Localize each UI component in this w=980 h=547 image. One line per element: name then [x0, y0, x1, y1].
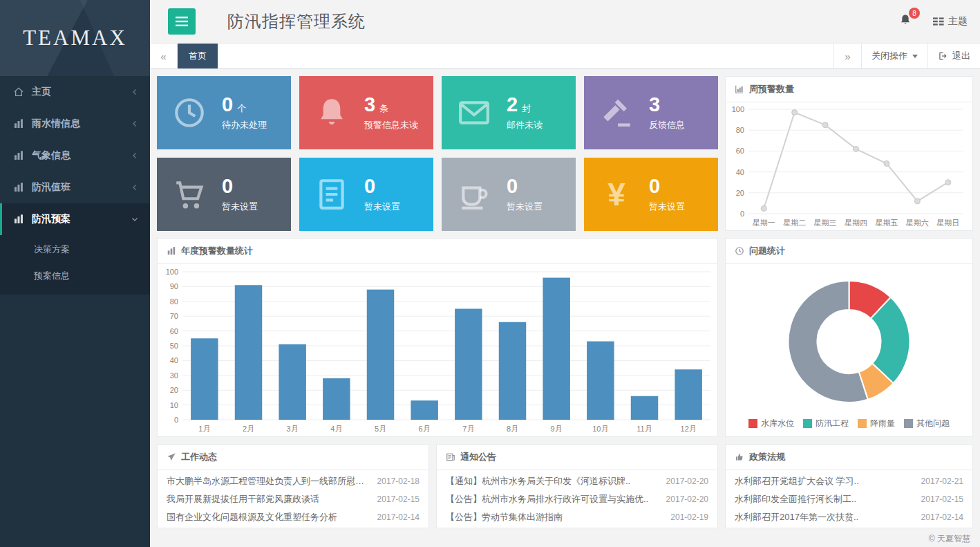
cart-icon	[171, 176, 208, 213]
caret-down-icon	[912, 55, 918, 58]
svg-text:50: 50	[170, 342, 178, 350]
news-link[interactable]: 我局开展新提拔任用干部党风廉政谈话	[167, 493, 370, 506]
news-link[interactable]: 【公告】杭州市水务局排水行政许可设置与实施优..	[446, 493, 659, 506]
svg-text:80: 80	[170, 297, 178, 305]
sidebar-item-weather-info[interactable]: 气象信息	[0, 140, 150, 171]
news-link[interactable]: 【公告】劳动节集体出游指南	[446, 511, 663, 523]
main-area: 防汛指挥管理系统 8 主题 « 首页 » 关闭操作	[150, 0, 980, 547]
news-link[interactable]: 水利部召开党组扩大会议 学习..	[735, 475, 914, 488]
submenu-flood-plans: 决策方案 预案信息	[0, 235, 150, 295]
bar-chart-icon	[167, 246, 176, 256]
chevron-left-icon	[131, 183, 139, 192]
svg-text:20: 20	[736, 189, 744, 197]
svg-text:7月: 7月	[462, 425, 474, 433]
svg-text:3月: 3月	[287, 425, 299, 433]
stat-tile-unset-1[interactable]: 0 暂未设置	[157, 158, 291, 231]
svg-text:星期四: 星期四	[845, 219, 867, 227]
svg-text:11月: 11月	[637, 425, 652, 433]
bar-chart-icon	[13, 150, 24, 161]
newspaper-icon	[446, 452, 455, 462]
gavel-icon	[598, 94, 635, 131]
news-link[interactable]: 水利部印发全面推行河长制工..	[735, 493, 914, 506]
svg-text:星期二: 星期二	[783, 219, 806, 227]
close-operations-dropdown[interactable]: 关闭操作	[861, 44, 927, 68]
tabs-scroll-right-button[interactable]: »	[833, 44, 861, 68]
news-item: 【通知】杭州市水务局关于印发《河道标识牌.. 2017-02-20	[437, 472, 717, 490]
stat-tile-unset-2[interactable]: 0 暂未设置	[299, 158, 433, 231]
bell-icon	[313, 94, 350, 131]
footer-copyright: © 天夏智慧	[157, 528, 973, 544]
sidebar-item-flood-plans[interactable]: 防汛预案	[0, 203, 150, 235]
tile-value: 3	[649, 94, 660, 116]
panel-header: 问题统计	[726, 239, 972, 264]
news-link[interactable]: 市大鹏半岛水源工程管理处负责人到一线部所慰问新春	[167, 475, 370, 488]
app-logo: TEAMAX	[0, 0, 150, 76]
legend-label: 水库水位	[761, 418, 794, 429]
svg-text:9月: 9月	[551, 425, 563, 433]
svg-text:星期三: 星期三	[814, 219, 837, 227]
sidebar-item-label: 主页	[32, 86, 51, 98]
submenu-item-decision-plans[interactable]: 决策方案	[0, 237, 150, 263]
panel-header: 工作动态	[158, 445, 428, 470]
sidebar-item-label: 气象信息	[32, 149, 70, 162]
svg-text:2月: 2月	[243, 425, 254, 433]
notification-badge: 8	[909, 8, 920, 19]
sidebar-item-home[interactable]: 主页	[0, 76, 150, 108]
document-icon	[313, 176, 350, 213]
news-link[interactable]: 国有企业文化问题根源及文化重塑任务分析	[167, 511, 370, 523]
stat-tile-feedback[interactable]: 3 反馈信息	[584, 76, 718, 149]
news-date: 2017-02-14	[377, 512, 420, 522]
bar-chart-icon	[13, 118, 24, 129]
svg-text:5月: 5月	[375, 425, 386, 433]
news-date: 2017-02-15	[921, 494, 963, 504]
stat-tile-todo[interactable]: 0个 待办未处理	[157, 76, 291, 149]
news-item: 【公告】劳动节集体出游指南 201-02-19	[437, 508, 717, 526]
stat-tile-unset-3[interactable]: 0 暂未设置	[442, 158, 576, 231]
menu-toggle-button[interactable]	[168, 8, 196, 35]
news-date: 2017-02-14	[921, 512, 963, 522]
tabs-scroll-left-button[interactable]: «	[150, 44, 178, 68]
weekly-alerts-panel: 周预警数量 020406080100星期一星期二星期三星期四星期五星期六星期日	[725, 76, 973, 231]
svg-text:8月: 8月	[507, 425, 518, 433]
news-date: 2017-02-21	[921, 476, 963, 486]
chevron-down-icon	[131, 215, 139, 223]
logout-button[interactable]: 退出	[927, 44, 980, 68]
bar-chart-icon	[735, 84, 744, 94]
panel-title: 通知公告	[460, 451, 496, 463]
sidebar-item-rainwater-info[interactable]: 雨水情信息	[0, 108, 150, 140]
stat-tile-mail-unread[interactable]: 2封 邮件未读	[442, 76, 576, 149]
legend-label: 其他问题	[916, 418, 950, 429]
news-item: 我局开展新提拔任用干部党风廉政谈话 2017-02-15	[158, 490, 428, 508]
theme-label: 主题	[948, 15, 968, 28]
legend-item[interactable]: 水库水位	[748, 418, 794, 429]
news-date: 2017-02-18	[377, 476, 420, 486]
tile-label: 暂未设置	[364, 201, 400, 213]
tab-home[interactable]: 首页	[178, 44, 218, 68]
news-item: 水利部印发全面推行河长制工.. 2017-02-15	[726, 490, 972, 508]
submenu-item-plan-info[interactable]: 预案信息	[0, 263, 150, 289]
policies-panel: 政策法规 水利部召开党组扩大会议 学习.. 2017-02-21 水利部印发全面…	[725, 444, 973, 528]
paper-plane-icon	[167, 452, 176, 462]
stat-tile-alerts-unread[interactable]: 3条 预警信息未读	[299, 76, 433, 149]
legend-item[interactable]: 降雨量	[858, 418, 895, 429]
clock-icon	[171, 94, 208, 131]
tile-unit: 封	[522, 102, 531, 115]
theme-button[interactable]: 主题	[933, 15, 968, 28]
stat-tile-unset-4[interactable]: ¥ 0 暂未设置	[584, 158, 718, 231]
panel-header: 政策法规	[726, 445, 972, 470]
panel-header: 周预警数量	[726, 77, 972, 102]
news-link[interactable]: 【通知】杭州市水务局关于印发《河道标识牌..	[446, 475, 659, 488]
topbar: 防汛指挥管理系统 8 主题	[150, 0, 980, 43]
notifications-button[interactable]: 8	[896, 10, 915, 33]
legend-item[interactable]: 其他问题	[904, 418, 950, 429]
donut-legend: 水库水位防汛工程降雨量其他问题	[726, 416, 972, 436]
sidebar-item-flood-duty[interactable]: 防汛值班	[0, 171, 150, 203]
legend-item[interactable]: 防汛工程	[803, 418, 849, 429]
news-link[interactable]: 水利部召开2017年第一次扶贫..	[735, 511, 914, 523]
tabbar: « 首页 » 关闭操作 退出	[150, 43, 980, 69]
svg-text:20: 20	[170, 386, 178, 394]
panel-header: 通知公告	[437, 445, 717, 470]
annual-alerts-panel: 年度预警数量统计 01020304050607080901001月2月3月4月5…	[157, 238, 718, 437]
page-title: 防汛指挥管理系统	[227, 10, 366, 33]
sidebar-item-label: 防汛值班	[32, 181, 70, 194]
